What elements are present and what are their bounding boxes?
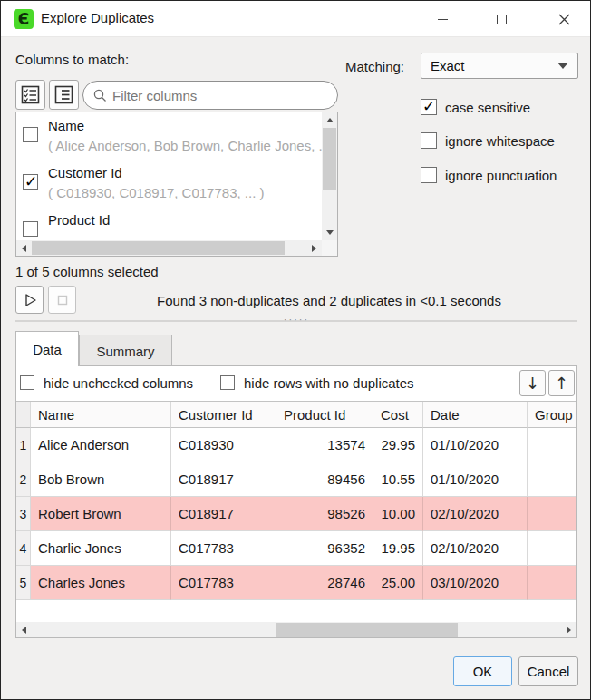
ok-button[interactable]: OK	[453, 656, 512, 686]
search-icon	[93, 89, 107, 102]
row-number[interactable]: 5	[16, 566, 31, 600]
maximize-icon	[497, 15, 507, 24]
table-row: 1 Alice Anderson C018930 13574 29.95 01/…	[16, 428, 576, 462]
column-sample: ( C018930, C018917, C017783, ... )	[48, 183, 265, 203]
cell-group[interactable]	[528, 462, 576, 497]
cell-cost[interactable]: 10.55	[373, 462, 423, 497]
arrow-up-icon: ↑	[555, 375, 568, 392]
tab-data[interactable]: Data	[15, 331, 79, 366]
run-button[interactable]	[15, 286, 44, 314]
cell-product-id[interactable]: 98526	[276, 497, 373, 531]
cell-date[interactable]: 01/10/2020	[423, 428, 528, 462]
ignore-punctuation-checkbox[interactable]	[421, 167, 437, 183]
scroll-right-arrow[interactable]	[561, 622, 576, 637]
cell-date[interactable]: 02/10/2020	[423, 531, 528, 566]
cell-date[interactable]: 02/10/2020	[423, 497, 528, 531]
horizontal-scroll-thumb[interactable]	[32, 241, 285, 255]
case-sensitive-label: case sensitive	[445, 100, 530, 115]
splitter-handle[interactable]: ·····	[15, 320, 577, 323]
maximize-button[interactable]	[480, 1, 522, 37]
next-duplicate-button[interactable]: ↓	[519, 370, 546, 396]
column-checkbox-customer-id[interactable]	[23, 174, 38, 190]
cell-group[interactable]	[528, 531, 576, 566]
play-icon	[22, 292, 38, 308]
row-number[interactable]: 3	[16, 497, 31, 531]
stop-button[interactable]	[48, 286, 76, 314]
cell-cost[interactable]: 29.95	[373, 428, 423, 462]
cell-name[interactable]: Robert Brown	[31, 497, 171, 531]
cell-name[interactable]: Charles Jones	[31, 566, 171, 600]
case-sensitive-option[interactable]: case sensitive	[421, 99, 530, 115]
vertical-scroll-thumb[interactable]	[323, 128, 336, 190]
window-title: Explore Duplicates	[41, 10, 154, 25]
cell-group[interactable]	[528, 497, 576, 531]
cell-product-id[interactable]: 28746	[276, 566, 373, 600]
horizontal-scroll-thumb[interactable]	[276, 623, 458, 637]
cell-name[interactable]: Bob Brown	[31, 462, 171, 497]
corner-header-cell[interactable]	[16, 402, 31, 428]
scroll-down-arrow[interactable]	[322, 225, 337, 240]
previous-duplicate-button[interactable]: ↑	[548, 370, 575, 396]
minimize-icon	[438, 19, 448, 20]
cell-customer-id[interactable]: C018930	[171, 428, 276, 462]
cell-cost[interactable]: 19.95	[373, 531, 423, 566]
row-number[interactable]: 2	[16, 462, 31, 497]
columns-to-match-label: Columns to match:	[15, 52, 129, 67]
result-status-text: Found 3 non-duplicates and 2 duplicates …	[82, 293, 576, 308]
header-date[interactable]: Date	[423, 402, 528, 428]
cell-product-id[interactable]: 13574	[276, 428, 373, 462]
cell-date[interactable]: 01/10/2020	[423, 462, 528, 497]
tab-summary[interactable]: Summary	[79, 335, 172, 366]
scroll-up-arrow[interactable]	[322, 112, 337, 128]
table-horizontal-scrollbar[interactable]	[16, 622, 576, 637]
scroll-left-arrow[interactable]	[16, 622, 32, 637]
hide-rows-no-duplicates-checkbox[interactable]	[220, 375, 235, 390]
ignore-whitespace-label: ignore whitespace	[445, 133, 555, 149]
table-header-row: Name Customer Id Product Id Cost Date Gr…	[16, 401, 576, 428]
ignore-whitespace-checkbox[interactable]	[421, 132, 437, 149]
cell-customer-id[interactable]: C018917	[171, 497, 276, 531]
close-icon	[558, 14, 570, 25]
columns-list-vertical-scrollbar[interactable]	[322, 112, 337, 240]
column-item-name[interactable]: Name ( Alice Anderson, Bob Brown, Charli…	[16, 112, 322, 160]
filter-columns-input[interactable]	[112, 88, 312, 103]
cell-group[interactable]	[528, 566, 576, 600]
columns-list-horizontal-scrollbar[interactable]	[16, 240, 322, 256]
column-checkbox-product-id[interactable]	[23, 221, 38, 237]
cell-name[interactable]: Charlie Jones	[31, 531, 171, 566]
cell-name[interactable]: Alice Anderson	[31, 428, 171, 462]
table-row-duplicate: 3 Robert Brown C018917 98526 10.00 02/10…	[16, 497, 576, 531]
header-cost[interactable]: Cost	[373, 402, 423, 428]
cancel-button[interactable]: Cancel	[518, 656, 578, 686]
header-group[interactable]: Group	[528, 402, 576, 428]
hide-unchecked-columns-checkbox[interactable]	[20, 375, 34, 390]
ignore-punctuation-option[interactable]: ignore punctuation	[421, 167, 557, 183]
cell-product-id[interactable]: 96352	[276, 531, 373, 566]
cell-cost[interactable]: 25.00	[373, 566, 423, 600]
cell-customer-id[interactable]: C017783	[171, 566, 276, 600]
column-item-product-id[interactable]: Product Id	[16, 207, 322, 240]
check-all-columns-button[interactable]	[15, 80, 45, 110]
cell-cost[interactable]: 10.00	[373, 497, 423, 531]
uncheck-all-columns-button[interactable]	[49, 80, 79, 110]
scroll-right-arrow[interactable]	[306, 240, 322, 256]
case-sensitive-checkbox[interactable]	[421, 99, 437, 115]
minimize-button[interactable]	[421, 1, 463, 37]
header-customer-id[interactable]: Customer Id	[171, 402, 276, 428]
cell-product-id[interactable]: 89456	[276, 462, 373, 497]
header-product-id[interactable]: Product Id	[276, 402, 373, 428]
column-sample: ( Alice Anderson, Bob Brown, Charlie Jon…	[48, 136, 322, 156]
header-name[interactable]: Name	[31, 402, 171, 428]
ignore-whitespace-option[interactable]: ignore whitespace	[421, 132, 555, 149]
cell-customer-id[interactable]: C018917	[171, 462, 276, 497]
column-item-customer-id[interactable]: Customer Id ( C018930, C018917, C017783,…	[16, 160, 322, 207]
row-number[interactable]: 1	[16, 428, 31, 462]
cell-date[interactable]: 03/10/2020	[423, 566, 528, 600]
matching-dropdown[interactable]: Exact	[421, 53, 578, 79]
cell-customer-id[interactable]: C017783	[171, 531, 276, 566]
scroll-left-arrow[interactable]	[16, 240, 32, 256]
row-number[interactable]: 4	[16, 531, 31, 566]
cell-group[interactable]	[528, 428, 576, 462]
column-checkbox-name[interactable]	[23, 127, 38, 142]
close-button[interactable]	[543, 1, 585, 37]
